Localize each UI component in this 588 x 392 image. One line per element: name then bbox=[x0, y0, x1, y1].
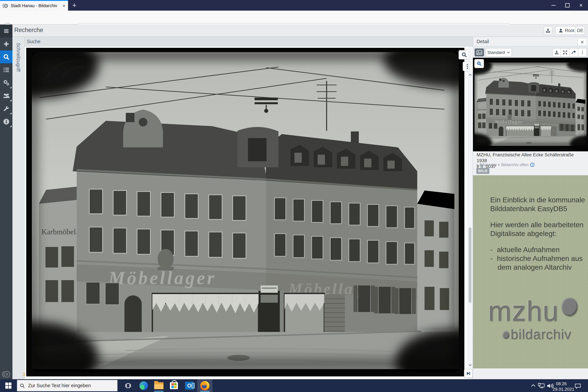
gears-icon bbox=[3, 79, 10, 86]
wrench-icon bbox=[3, 105, 10, 112]
tab-title: Stadt Hanau - Bildarchiv bbox=[10, 3, 60, 8]
breadcrumb: Bildarchiv Bildarchiv offen bbox=[477, 162, 535, 167]
plus-icon bbox=[72, 2, 77, 8]
window-restore-button[interactable] bbox=[562, 0, 573, 10]
file-explorer-icon bbox=[154, 382, 164, 389]
clock[interactable]: 08:26 29.01.2021 bbox=[553, 381, 570, 392]
desktop: Karbmöbel. bbox=[0, 0, 588, 392]
user-button[interactable]: Root bbox=[555, 26, 578, 35]
sidebar-menu-button[interactable] bbox=[0, 24, 12, 38]
taskbar-firefox-button[interactable] bbox=[197, 379, 212, 392]
windows-start-icon bbox=[5, 382, 12, 389]
info-circle-icon[interactable] bbox=[530, 162, 535, 167]
download-icon bbox=[554, 50, 559, 55]
tab-suche[interactable]: Suche bbox=[27, 39, 40, 44]
network-button[interactable] bbox=[538, 382, 545, 389]
magnifier-icon bbox=[461, 52, 467, 58]
chevron-down-icon bbox=[507, 51, 510, 54]
taskbar-edge-button[interactable] bbox=[136, 379, 151, 392]
sidebar-item-lists[interactable] bbox=[0, 64, 12, 76]
logo-sub-text: bildarchiv bbox=[510, 326, 571, 342]
browser-tab[interactable]: Stadt Hanau - Bildarchiv × bbox=[0, 0, 68, 10]
taskbar-outlook-button[interactable]: O bbox=[182, 379, 197, 392]
detail-download-button[interactable] bbox=[552, 48, 561, 57]
breadcrumb-item[interactable]: Bildarchiv bbox=[480, 162, 497, 167]
browser-toolbar: https://medien.hanau.de/detail/ 90% ••• bbox=[0, 10, 588, 24]
detail-share-button[interactable] bbox=[570, 48, 578, 57]
users-icon bbox=[2, 92, 10, 100]
record-title: MZHU, Französische Allee Ecke Schäferstr… bbox=[477, 152, 584, 164]
network-icon bbox=[538, 382, 545, 389]
language-button[interactable]: DE bbox=[576, 26, 585, 35]
detail-fullscreen-button[interactable] bbox=[561, 48, 570, 57]
detail-action-buttons bbox=[552, 48, 587, 57]
taskbar-search[interactable] bbox=[17, 380, 118, 391]
thumbnail-zoom-button[interactable] bbox=[474, 59, 484, 68]
search-tab-bar bbox=[24, 37, 473, 46]
sidebar-item-tools[interactable] bbox=[0, 76, 12, 89]
detail-close-button[interactable]: × bbox=[578, 38, 587, 46]
app-sidebar bbox=[0, 24, 12, 379]
quick-access-strip[interactable] bbox=[12, 37, 24, 379]
skip-to-end-button[interactable] bbox=[464, 369, 473, 378]
firefox-icon bbox=[200, 381, 210, 390]
download-icon bbox=[545, 28, 551, 33]
scrollbar-thumb[interactable] bbox=[468, 227, 472, 303]
header-download-button[interactable] bbox=[544, 26, 552, 35]
magnifier-plus-icon bbox=[476, 60, 482, 66]
share-icon bbox=[571, 50, 576, 55]
window-minimize-button[interactable] bbox=[548, 0, 559, 10]
list-icon bbox=[3, 66, 10, 73]
close-icon: × bbox=[580, 39, 584, 45]
edge-icon bbox=[140, 382, 148, 390]
scroll-up-icon[interactable] bbox=[468, 73, 472, 76]
submenu-indicator bbox=[10, 100, 12, 101]
close-icon: × bbox=[579, 2, 583, 9]
view-mode-select[interactable]: Standard bbox=[486, 48, 512, 57]
plus-icon bbox=[3, 40, 10, 48]
task-view-button[interactable] bbox=[120, 379, 136, 392]
sidebar-item-admin[interactable] bbox=[0, 102, 12, 115]
easydb-logo-icon bbox=[2, 370, 10, 378]
task-view-icon bbox=[124, 382, 132, 389]
language-label: DE bbox=[577, 28, 583, 33]
submenu-indicator bbox=[10, 112, 12, 114]
submenu-indicator bbox=[10, 86, 12, 88]
window-close-button[interactable]: × bbox=[575, 0, 587, 10]
sidebar-item-users[interactable] bbox=[0, 89, 12, 102]
taskbar-search-input[interactable] bbox=[28, 383, 102, 388]
sidebar-item-search[interactable] bbox=[0, 50, 12, 64]
tab-close-icon[interactable]: × bbox=[62, 3, 66, 9]
tray-chevron-button[interactable] bbox=[530, 383, 536, 388]
menu-icon bbox=[3, 28, 10, 34]
new-tab-button[interactable] bbox=[69, 1, 79, 10]
logo-circle bbox=[562, 298, 578, 316]
media-type-button[interactable] bbox=[475, 48, 484, 56]
detail-thumbnail[interactable] bbox=[473, 58, 588, 151]
detail-header bbox=[473, 37, 588, 46]
view-mode-value: Standard bbox=[487, 50, 505, 55]
picture-icon bbox=[476, 50, 482, 55]
viewer-scrollbar[interactable] bbox=[468, 47, 472, 379]
open-app-indicator bbox=[200, 391, 210, 392]
info-bullet-list: -aktuelle Aufnahmen -historische Aufnahm… bbox=[490, 245, 583, 272]
taskbar-store-button[interactable] bbox=[166, 379, 182, 392]
clock-time: 08:26 bbox=[553, 381, 570, 386]
detail-more-button[interactable] bbox=[578, 48, 587, 57]
tray-chevron-icon bbox=[530, 383, 536, 388]
breadcrumb-item[interactable]: Bildarchiv offen bbox=[501, 162, 528, 167]
scroll-down-icon[interactable] bbox=[468, 364, 472, 366]
open-app-indicator bbox=[154, 391, 164, 392]
breadcrumb-arrow-icon bbox=[498, 164, 500, 166]
expand-icon bbox=[562, 50, 568, 55]
start-button[interactable] bbox=[0, 379, 16, 392]
taskbar-explorer-button[interactable] bbox=[151, 379, 166, 392]
sidebar-item-info[interactable] bbox=[0, 115, 12, 128]
notifications-button[interactable] bbox=[574, 383, 582, 389]
bullet-marker: - bbox=[490, 245, 492, 254]
search-icon bbox=[20, 383, 25, 388]
info-panel: Ein Einblick in die kommunale Bilddatenb… bbox=[473, 175, 588, 368]
sidebar-item-new[interactable] bbox=[0, 38, 12, 50]
historical-photo[interactable] bbox=[26, 48, 464, 376]
skip-end-icon bbox=[466, 371, 471, 376]
